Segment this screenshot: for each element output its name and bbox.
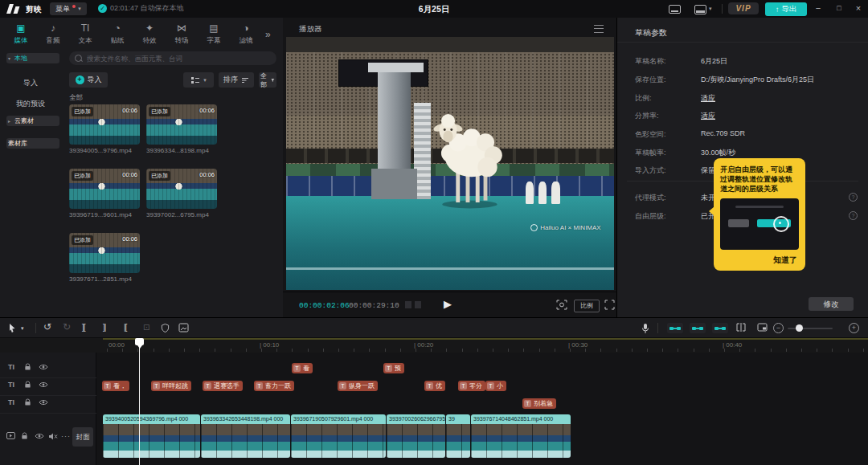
tab-media[interactable]: ▣媒体 [5, 22, 37, 48]
split-button[interactable]: ][ [82, 323, 85, 332]
text-clip[interactable]: T咩咩起跳 [151, 381, 191, 391]
media-item[interactable]: 已添加00:0639396719...9601.mp4 [69, 169, 140, 218]
cover-button[interactable]: 封面 [72, 427, 93, 447]
param-value[interactable]: 适应 [701, 111, 715, 121]
tab-label: 字幕 [198, 36, 230, 46]
lock-icon[interactable] [24, 381, 31, 389]
video-clip[interactable]: 393963342653448198.mp4 000 [201, 414, 290, 458]
sidebar-item-material-library[interactable]: 素材库 [6, 138, 59, 149]
got-it-button[interactable]: 知道了 [773, 255, 797, 266]
tab-transitions[interactable]: ⋈转场 [166, 22, 198, 48]
preview-quality-icon[interactable] [556, 300, 567, 310]
sidebar-item-my-presets[interactable]: 我的预设 [6, 96, 55, 111]
image-icon[interactable] [178, 323, 189, 332]
text-clip[interactable]: T预 [383, 363, 404, 373]
text-clip[interactable]: T优 [424, 381, 445, 391]
player-menu-icon[interactable] [594, 25, 604, 33]
cursor-mode-chevron-icon[interactable]: ▾ [21, 325, 24, 332]
zoom-out-button[interactable]: − [773, 323, 784, 333]
layout-icon[interactable] [694, 5, 706, 14]
media-item[interactable]: 已添加00:0639397671...2851.mp4 [69, 233, 140, 283]
vip-badge[interactable]: VIP [728, 2, 759, 14]
mute-speaker-icon[interactable] [48, 433, 58, 440]
view-mode-button[interactable]: ▾ [183, 72, 214, 88]
layout-chevron-icon[interactable]: ▾ [709, 6, 712, 12]
play-button[interactable]: ▶ [444, 298, 452, 310]
split-view-icon[interactable] [736, 323, 746, 332]
text-clip[interactable]: T别着急 [522, 398, 556, 409]
param-value[interactable]: 适应 [701, 93, 715, 104]
maximize-button[interactable]: □ [833, 2, 845, 15]
timeline-ruler[interactable]: 00:00| 00:10| 00:20| 00:30| 00:40 [0, 338, 868, 353]
sidebar-item-label: 素材库 [8, 137, 27, 151]
video-clip[interactable]: 3939400520594369796.mp4 000 [103, 414, 200, 458]
redo-button[interactable]: ↻ [63, 321, 71, 332]
text-clip[interactable]: T蓄力一跃 [254, 381, 294, 391]
text-clip[interactable]: T零分 [458, 381, 485, 391]
screen-record-icon[interactable] [757, 323, 768, 332]
text-clip[interactable]: T退赛选手 [203, 381, 243, 391]
media-item[interactable]: 已添加00:0639397002...6795.mp4 [146, 169, 217, 218]
fullscreen-icon[interactable] [604, 300, 615, 310]
close-button[interactable]: × [852, 2, 865, 15]
playhead-line[interactable] [139, 338, 140, 465]
param-value: Rec.709 SDR [701, 129, 745, 137]
text-clip[interactable]: T纵身一跃 [338, 381, 378, 391]
ratio-button[interactable]: 比例 [574, 300, 600, 312]
lock-icon[interactable] [24, 363, 31, 371]
video-clip[interactable]: 393970026062966795.mp4 ( [387, 414, 445, 458]
eye-icon[interactable] [39, 399, 48, 406]
search-input[interactable] [85, 54, 271, 63]
trim-left-button[interactable]: ]| [103, 323, 105, 332]
import-button[interactable]: + 导入 [69, 72, 108, 88]
video-clip[interactable]: 393967190507929601.mp4 000 [291, 414, 386, 458]
eye-icon[interactable] [39, 364, 48, 370]
tab-audio[interactable]: ♪音频 [37, 22, 69, 48]
media-item[interactable]: 已添加00:0639396334...8198.mp4 [146, 104, 217, 154]
info-icon[interactable]: ? [849, 211, 858, 220]
sidebar-item-import[interactable]: 导入 [6, 75, 55, 90]
lock-icon[interactable] [21, 432, 28, 440]
export-button[interactable]: ↑ 导出 [765, 2, 807, 16]
magnet-snap-toggle[interactable] [667, 323, 683, 333]
tab-filters[interactable]: ◑滤镜 [230, 22, 262, 48]
tab-text[interactable]: TI文本 [69, 22, 101, 48]
text-clip[interactable]: T看， [102, 381, 129, 391]
sidebar-item-local[interactable]: ▾本地 [6, 53, 59, 63]
minimize-button[interactable]: − [812, 2, 825, 15]
sidebar-item-cloud-material[interactable]: ▸云素材 [6, 116, 59, 126]
media-item[interactable]: 已添加00:0639394005...9796.mp4 [69, 104, 140, 154]
undo-button[interactable]: ↺ [43, 321, 51, 332]
video-preview[interactable]: Hailuo AI × MINIMAX [286, 37, 614, 290]
more-tabs-button[interactable]: » [265, 29, 271, 40]
info-icon[interactable]: ? [849, 193, 858, 202]
linkage-toggle[interactable] [690, 323, 706, 333]
media-filename: 39396334...8198.mp4 [146, 147, 217, 154]
timeline-zoom-slider[interactable] [788, 328, 833, 329]
delete-button[interactable]: ⊡ [143, 323, 149, 332]
tab-effects[interactable]: ✦特效 [133, 22, 166, 48]
eye-icon[interactable] [35, 433, 44, 439]
tab-captions[interactable]: ▤字幕 [198, 22, 230, 48]
select-cursor-icon[interactable] [8, 323, 16, 333]
microphone-icon[interactable] [641, 323, 649, 334]
playhead-handle[interactable] [135, 338, 144, 345]
search-bar[interactable] [69, 51, 276, 65]
eye-icon[interactable] [39, 381, 48, 388]
sort-button[interactable]: 排序 [219, 72, 254, 88]
text-clip[interactable]: T小 [485, 381, 506, 391]
video-clip[interactable]: 393976714048462851.mp4 000 [471, 414, 571, 458]
more-options-icon[interactable]: ··· [61, 432, 71, 440]
trim-right-button[interactable]: |[ [124, 323, 126, 332]
text-clip[interactable]: T看 [292, 363, 313, 373]
tab-sticker[interactable]: ◔贴纸 [101, 22, 133, 48]
shield-icon[interactable] [161, 323, 170, 333]
preview-axis-toggle[interactable] [712, 323, 728, 333]
lock-icon[interactable] [24, 398, 31, 406]
modify-button[interactable]: 修改 [809, 297, 854, 311]
video-clip[interactable]: 39 [446, 414, 470, 458]
zoom-in-button[interactable]: + [849, 323, 859, 333]
timeline-zoom-knob[interactable] [796, 324, 803, 332]
device-preview-icon[interactable] [669, 5, 681, 14]
filter-button[interactable]: 全部 全部 [259, 72, 276, 88]
